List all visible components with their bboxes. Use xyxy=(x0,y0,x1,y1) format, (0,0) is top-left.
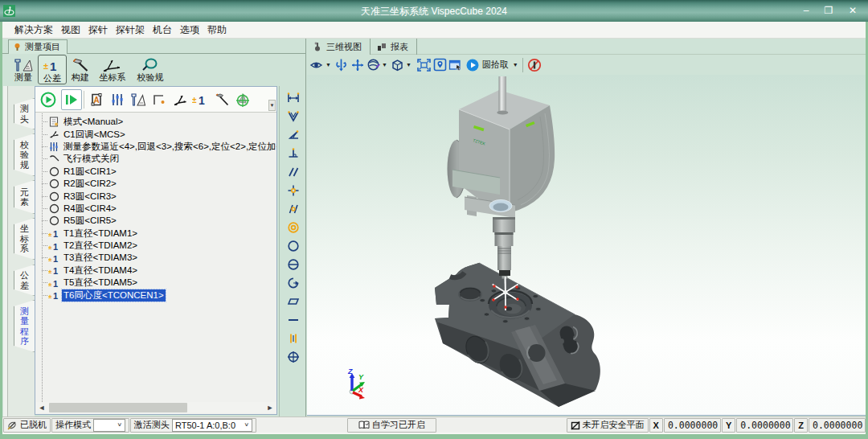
menu-probe[interactable]: 探针 xyxy=(87,23,109,37)
tree-item-circle[interactable]: R3圆<CIR3> xyxy=(35,190,276,202)
roundness-icon[interactable] xyxy=(286,239,301,253)
pan-icon[interactable] xyxy=(350,56,365,74)
viewport-3d[interactable]: TZTEK xyxy=(307,75,866,416)
angle-icon[interactable] xyxy=(286,128,301,142)
angle-between-icon[interactable] xyxy=(286,109,301,124)
tree-item-diameter[interactable]: ±1 T5直径<TDIAM5> xyxy=(35,277,276,289)
tree-item-concentricity-selected[interactable]: ±1 T6同心度<TCONCEN1> xyxy=(35,289,276,301)
side-tab-coordinate[interactable]: 坐标系 xyxy=(14,218,35,260)
cube-view-icon[interactable]: ▼ xyxy=(390,56,411,74)
step-run-icon[interactable] xyxy=(61,89,82,110)
flatness-icon[interactable] xyxy=(286,294,301,309)
tree-item-mode[interactable]: 模式<Manual> xyxy=(35,116,276,128)
orbit-icon[interactable] xyxy=(334,56,348,74)
side-tab-program[interactable]: 测量程序 xyxy=(14,300,35,352)
tolerance-icon: ± 1 xyxy=(192,93,210,106)
panel-header-label: 测量项目 xyxy=(25,41,60,53)
active-probe-select[interactable]: RT50-1 A:0,B:0∨ xyxy=(172,419,252,432)
concentricity-icon[interactable] xyxy=(286,220,301,235)
tree-horizontal-scrollbar[interactable]: ◄ ► xyxy=(36,402,276,413)
symmetry-icon[interactable] xyxy=(286,257,301,272)
side-tab-gauge[interactable]: 校验规 xyxy=(14,133,35,176)
distance-lines-icon[interactable] xyxy=(286,331,301,346)
run-icon[interactable] xyxy=(38,89,59,110)
ribbon-gauge-check[interactable]: 校验规 xyxy=(131,55,170,84)
tree-item-diameter[interactable]: ±1 T2直径<TDIAM2> xyxy=(35,240,276,252)
tree-item-diameter[interactable]: ±1 T4直径<TDIAM4> xyxy=(35,265,276,277)
parameters-icon xyxy=(48,141,59,152)
straightness-icon[interactable] xyxy=(286,313,301,327)
tolerance-icon[interactable]: ± 1 xyxy=(190,89,211,110)
scroll-left-icon[interactable]: ◄ xyxy=(36,402,47,413)
position-icon[interactable] xyxy=(286,183,301,198)
menu-probe-rack[interactable]: 探针架 xyxy=(114,23,146,37)
tab-report[interactable]: 报表 xyxy=(371,39,417,55)
window-select-icon[interactable] xyxy=(448,56,463,74)
tab-measurement-project[interactable]: 测量项目 xyxy=(8,39,68,54)
tree-connector-line xyxy=(42,295,48,296)
construct-icon[interactable] xyxy=(211,89,232,110)
toolbar-separator xyxy=(522,58,523,72)
angularity-icon[interactable] xyxy=(286,202,301,216)
self-learn-button[interactable]: 自学习已开启 xyxy=(347,418,436,433)
move-axes-icon[interactable] xyxy=(170,89,190,110)
tree-item-circle[interactable]: R2圆<CIR2> xyxy=(35,178,276,190)
minimize-button[interactable]: – xyxy=(794,3,818,18)
perpendicularity-icon[interactable] xyxy=(286,146,301,161)
close-button[interactable]: ✕ xyxy=(841,3,865,18)
scroll-right-icon[interactable]: ► xyxy=(264,402,276,413)
locate-icon[interactable] xyxy=(433,56,447,74)
tree-item-diameter[interactable]: ±1 T3直径<TDIAM3> xyxy=(35,252,276,264)
circle-pick-label[interactable]: 圆拾取 xyxy=(482,59,509,71)
corner-probe-icon[interactable] xyxy=(149,89,170,110)
y-coord-label: Y xyxy=(722,418,735,433)
tree-item-recall[interactable]: C1回调<MCS> xyxy=(35,128,276,140)
menu-solution[interactable]: 解决方案 xyxy=(13,23,55,37)
runout-icon[interactable] xyxy=(286,276,301,290)
tree-item-diameter[interactable]: ±1 T1直径<TDIAM1> xyxy=(35,228,276,240)
run-icon xyxy=(40,92,56,108)
tree-item-circle[interactable]: R1圆<CIR1> xyxy=(35,166,276,178)
tree-item-parameters[interactable]: 测量参数逼近<4>,回退<3>,搜索<6>,定位<2>,定位加<2>,测 xyxy=(35,141,276,153)
side-tab-probe[interactable]: 测头 xyxy=(14,98,35,129)
parameters-icon[interactable] xyxy=(107,89,128,110)
parallelism-icon[interactable] xyxy=(286,165,301,179)
scrollbar-track[interactable] xyxy=(47,402,264,413)
side-tab-tolerance[interactable]: 公差 xyxy=(14,265,35,296)
menu-machine[interactable]: 机台 xyxy=(151,23,174,37)
scrollbar-thumb[interactable] xyxy=(49,403,187,412)
safety-plane-icon[interactable] xyxy=(232,89,253,110)
ribbon-construct[interactable]: 构建 xyxy=(67,55,94,84)
distance-icon[interactable] xyxy=(286,91,301,105)
play-icon[interactable] xyxy=(465,56,480,74)
tree-item-circle[interactable]: R4圆<CIR4> xyxy=(35,203,276,215)
ribbon-coordinate-system[interactable]: 坐标系 xyxy=(94,55,131,84)
menu-options[interactable]: 选项 xyxy=(178,23,201,37)
tolerance-icon: ±1 xyxy=(48,278,59,288)
ribbon-measure[interactable]: 测量 xyxy=(9,55,38,84)
ribbon-label: 构建 xyxy=(72,72,89,83)
tree-item-flight-mode[interactable]: 飞行模式关闭 xyxy=(35,153,276,165)
stop-pick-icon[interactable] xyxy=(527,56,542,74)
svg-text:1: 1 xyxy=(53,291,58,300)
menu-view[interactable]: 视图 xyxy=(59,23,82,37)
menu-help[interactable]: 帮助 xyxy=(206,23,228,37)
ribbon-tolerance[interactable]: ± 1 公差 xyxy=(38,55,67,84)
render-mode-icon[interactable]: ▼ xyxy=(366,56,387,74)
pan-icon xyxy=(350,58,365,72)
dropdown-arrow-icon[interactable]: ▼ xyxy=(513,62,518,68)
zoom-fit-icon[interactable] xyxy=(416,56,432,74)
program-tree-panel: A xyxy=(35,86,277,415)
more-dropdown-icon[interactable]: ▼ xyxy=(268,100,276,111)
tree-item-circle[interactable]: R5圆<CIR5> xyxy=(35,215,276,227)
true-position-icon[interactable] xyxy=(286,350,301,364)
eye-icon[interactable]: ▼ xyxy=(309,56,331,74)
operation-mode-select[interactable]: ∨ xyxy=(93,419,125,432)
tolerance-icon: ±1 xyxy=(48,289,59,301)
operation-mode-label: 操作模式 xyxy=(55,419,91,431)
restore-button[interactable]: ❐ xyxy=(817,3,841,18)
measure-icon[interactable] xyxy=(128,89,149,110)
tab-3d-view[interactable]: 三维视图 xyxy=(306,39,371,55)
side-tab-elements[interactable]: 元素 xyxy=(14,180,35,214)
auto-program-icon[interactable]: A xyxy=(86,89,107,110)
